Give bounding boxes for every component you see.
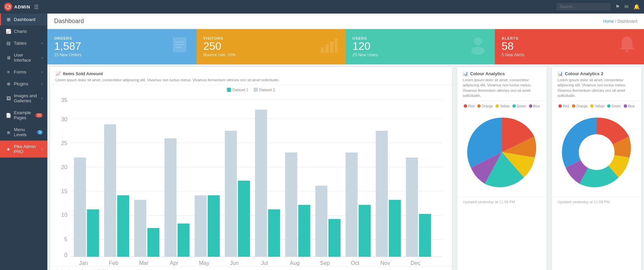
- svg-rect-46: [268, 209, 280, 257]
- svg-point-0: [6, 5, 10, 8]
- legend-dataset2: Dataset 2: [254, 88, 275, 92]
- svg-text:Sep: Sep: [320, 260, 330, 266]
- flag-icon[interactable]: ⚑: [615, 4, 620, 10]
- donut-chart-icon: 📊: [557, 71, 563, 76]
- label-red: Red: [468, 104, 474, 108]
- panel-title: 📊 Colour Analytics 2: [557, 71, 636, 76]
- stat-sub: 15 New Orders: [54, 53, 82, 57]
- svg-rect-44: [238, 181, 250, 257]
- legend-yellow: Yellow: [496, 104, 510, 108]
- svg-rect-34: [87, 209, 99, 257]
- sidebar-item-example-pages[interactable]: 📄 Example Pages 20: [0, 107, 47, 124]
- sidebar-item-dashboard[interactable]: ⊞ Dashboard: [0, 14, 47, 25]
- charts-icon: 📈: [6, 29, 11, 34]
- svg-rect-8: [330, 41, 334, 53]
- svg-text:Mar: Mar: [139, 260, 149, 266]
- app-logo: ADMIN: [4, 3, 30, 11]
- label-orange: Orange: [576, 104, 588, 108]
- svg-rect-49: [315, 186, 327, 257]
- svg-rect-39: [164, 139, 177, 257]
- dot-orange: [572, 104, 575, 108]
- alerts-icon: [617, 35, 637, 59]
- stat-value: 120: [352, 40, 378, 52]
- images-icon: 🖼: [6, 96, 11, 101]
- sidebar-item-label: Pike Admin PRO: [14, 144, 39, 154]
- sidebar-item-tables[interactable]: ▤ Tables ›: [0, 37, 47, 49]
- svg-point-11: [471, 47, 485, 55]
- sidebar-item-label: Images and Galleries: [14, 93, 39, 103]
- topbar: ADMIN ☰ ⚑ ✉ 🔔: [0, 0, 644, 14]
- sidebar-item-charts[interactable]: 📈 Charts: [0, 25, 47, 37]
- example-pages-badge: 20: [36, 113, 43, 118]
- mail-icon[interactable]: ✉: [624, 4, 629, 10]
- svg-text:35: 35: [61, 97, 67, 103]
- sidebar-item-label: Forms: [14, 69, 39, 75]
- search-input[interactable]: [556, 3, 611, 11]
- legend-red: Red: [464, 104, 474, 108]
- label-blue: Blue: [533, 104, 540, 108]
- stat-value: 250: [203, 40, 235, 52]
- svg-text:May: May: [199, 260, 210, 266]
- legend-orange: Orange: [572, 104, 588, 108]
- sidebar-item-pike-admin[interactable]: ★ Pike Admin PRO ›: [0, 141, 47, 158]
- dot-red: [558, 104, 562, 108]
- svg-rect-54: [389, 200, 401, 257]
- svg-text:Jul: Jul: [261, 260, 268, 266]
- svg-rect-33: [74, 158, 86, 257]
- hamburger-button[interactable]: ☰: [34, 4, 39, 10]
- arrow-icon: ›: [42, 97, 43, 100]
- sidebar-item-plugins[interactable]: ⊕ Plugins ›: [0, 78, 47, 90]
- svg-text:10: 10: [61, 212, 67, 218]
- main-content: Dashboard Home / Dashboard ORDERS 1,587 …: [47, 14, 644, 270]
- breadcrumb-home[interactable]: Home: [603, 19, 614, 24]
- panel-footer: Updated yesterday at 11:59 PM: [457, 197, 547, 207]
- stat-card-visitors: VISITORS 250 Bounce rate: 25%: [197, 29, 346, 64]
- panel-body: Red Orange Yellow Green: [552, 101, 641, 197]
- stat-label: USERS: [352, 36, 378, 40]
- sidebar: ⊞ Dashboard 📈 Charts ▤ Tables › 🖥 User I…: [0, 14, 47, 270]
- pie-chart-icon: 📊: [463, 71, 468, 76]
- svg-text:15: 15: [61, 188, 67, 194]
- panel-body: Dataset 1 Dataset 2 35 30 25 20: [50, 85, 452, 266]
- svg-rect-51: [346, 152, 358, 257]
- layout: ⊞ Dashboard 📈 Charts ▤ Tables › 🖥 User I…: [0, 14, 644, 270]
- chart-legend: Dataset 1 Dataset 2: [55, 88, 447, 92]
- dot-purple: [529, 104, 532, 108]
- svg-point-1: [9, 6, 10, 7]
- svg-rect-12: [625, 50, 629, 52]
- svg-rect-37: [134, 200, 146, 257]
- svg-rect-7: [325, 44, 329, 53]
- dot-green: [512, 104, 516, 108]
- svg-rect-43: [225, 131, 237, 257]
- bell-icon[interactable]: 🔔: [634, 4, 640, 10]
- label-green: Green: [517, 104, 526, 108]
- svg-rect-36: [117, 195, 129, 257]
- svg-rect-47: [285, 152, 297, 257]
- legend-label-2: Dataset 2: [259, 88, 275, 92]
- panel-desc: Lorem ipsum dolor sit amet, consectetur …: [55, 78, 446, 83]
- panel-footer: Updated yesterday at 11:59 PM: [50, 266, 452, 270]
- sidebar-item-user-interface[interactable]: 🖥 User Interface ›: [0, 49, 47, 66]
- svg-rect-4: [175, 44, 184, 45]
- svg-rect-52: [359, 205, 371, 257]
- sidebar-item-images[interactable]: 🖼 Images and Galleries ›: [0, 90, 47, 107]
- svg-text:Dec: Dec: [411, 260, 420, 266]
- sidebar-item-menu-levels[interactable]: ≣ Menu Levels 9: [0, 124, 47, 141]
- panel-body: Red Orange Yellow Green: [457, 101, 547, 197]
- label-red: Red: [563, 104, 569, 108]
- visitors-icon: [319, 35, 339, 59]
- legend-purple: Blue: [624, 104, 635, 108]
- panel-title: 📈 Items Sold Amount: [55, 71, 446, 76]
- users-icon: [468, 35, 488, 59]
- color-legend: Red Orange Yellow Green: [555, 104, 638, 108]
- legend-blue: Blue: [529, 104, 540, 108]
- sidebar-item-forms[interactable]: ≡ Forms ›: [0, 66, 47, 78]
- panel-title-text: Items Sold Amount: [63, 71, 103, 76]
- svg-rect-41: [194, 195, 207, 257]
- sidebar-item-label: Example Pages: [14, 110, 33, 120]
- sidebar-item-label: Menu Levels: [14, 127, 34, 137]
- panel-header: 📈 Items Sold Amount Lorem ipsum dolor si…: [50, 67, 452, 85]
- items-sold-panel: 📈 Items Sold Amount Lorem ipsum dolor si…: [50, 67, 452, 270]
- color-legend: Red Orange Yellow Green: [461, 104, 543, 108]
- sidebar-item-label: Plugins: [14, 81, 39, 86]
